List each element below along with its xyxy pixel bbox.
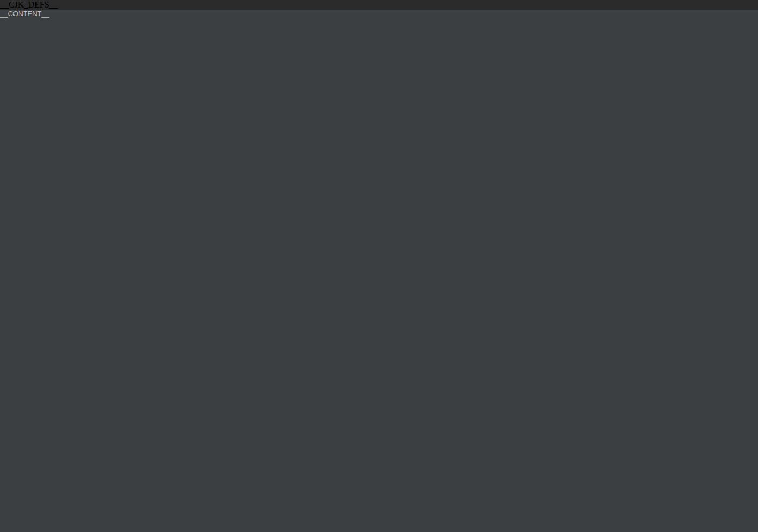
android-studio-window: __CONTENT__: [0, 10, 758, 532]
